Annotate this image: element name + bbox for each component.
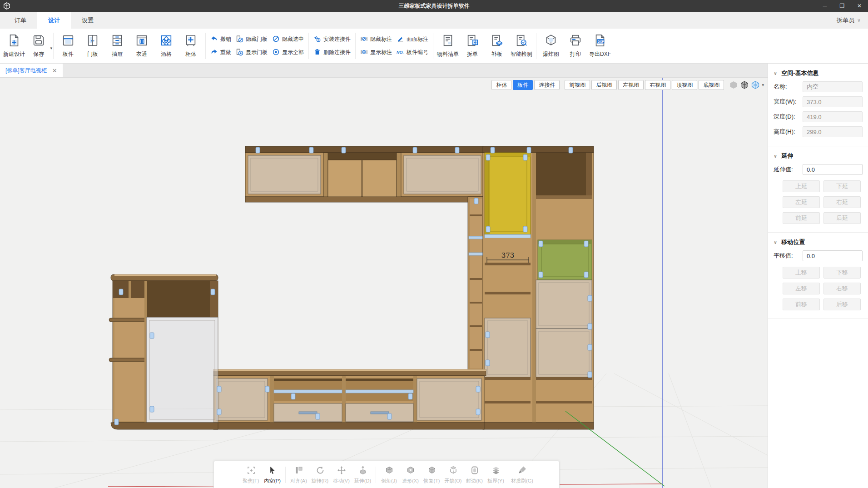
- ribbon-hide-selected-button[interactable]: 隐藏选中: [272, 35, 304, 44]
- tool-shape-button[interactable]: 造形(X): [400, 465, 421, 484]
- 左移-button[interactable]: 左移: [783, 283, 820, 294]
- window-minimize-button[interactable]: ─: [816, 0, 833, 12]
- view-button-3[interactable]: 右视图: [645, 80, 670, 90]
- tool-notch-button[interactable]: 开缺(O): [442, 465, 464, 484]
- document-tab-label: [拆单]客厅电视柜: [5, 67, 47, 75]
- tool-move-button[interactable]: 移动(V): [331, 465, 352, 484]
- collapse-chevron-icon[interactable]: ∨: [774, 71, 777, 76]
- main-tab-2[interactable]: 设置: [71, 12, 104, 29]
- collapse-chevron-icon[interactable]: ∨: [774, 154, 777, 159]
- mode-button-1[interactable]: 板件: [513, 80, 533, 90]
- dxf-icon: DXF: [593, 34, 607, 49]
- document-tabstrip: [拆单]客厅电视柜✕: [0, 64, 768, 78]
- ribbon-save-button[interactable]: 保存▾: [26, 30, 51, 62]
- section-title: 延伸: [781, 152, 793, 160]
- mode-button-0[interactable]: 柜体: [491, 80, 511, 90]
- 3d-scene[interactable]: 373: [0, 78, 768, 488]
- ribbon-undo-button[interactable]: 撤销: [210, 35, 231, 44]
- window-close-button[interactable]: ✕: [851, 0, 868, 12]
- selected-space-yellow[interactable]: [485, 153, 531, 234]
- tool-align-button[interactable]: 对齐(A): [288, 465, 309, 484]
- ribbon-print-button[interactable]: 打印: [563, 30, 588, 62]
- ribbon-no-label-button[interactable]: NO.板件编号: [397, 48, 428, 57]
- ribbon-show-door-button[interactable]: 显示门板: [236, 48, 268, 57]
- view-button-0[interactable]: 前视图: [565, 80, 590, 90]
- property-input: [803, 96, 863, 107]
- toolbar-divider: [509, 467, 509, 483]
- tool-restore-cube-button[interactable]: 恢复(T): [421, 465, 442, 484]
- ribbon-show-dim-button[interactable]: 显示标注: [360, 48, 392, 57]
- mode-button-2[interactable]: 连接件: [534, 80, 560, 90]
- rotate-icon: [315, 465, 325, 477]
- 前延-button[interactable]: 前延: [783, 212, 820, 224]
- tool-material-brush-button[interactable]: 材质刷(G): [511, 465, 533, 484]
- ribbon-door-button[interactable]: 门板: [80, 30, 105, 62]
- ribbon-winerack-button[interactable]: 酒格: [154, 30, 179, 62]
- solid-cube-icon[interactable]: [729, 80, 738, 90]
- ribbon-hide-dim-button[interactable]: 隐藏标注: [360, 35, 392, 44]
- tool-focus-button[interactable]: 聚焦(F): [240, 465, 262, 484]
- 前移-button[interactable]: 前移: [783, 299, 820, 310]
- ribbon-explode-button[interactable]: 爆炸图: [539, 30, 563, 62]
- ribbon-install-connector-button[interactable]: 安装连接件: [313, 35, 351, 44]
- ribbon-drawer-button[interactable]: 抽屉: [105, 30, 129, 62]
- 右移-button[interactable]: 右移: [823, 283, 861, 294]
- ribbon-cabinet-button[interactable]: 柜体: [179, 30, 203, 62]
- tool-chamfer-button[interactable]: 倒角(J): [378, 465, 400, 484]
- 下移-button[interactable]: 下移: [823, 267, 861, 279]
- move-value-input[interactable]: [803, 250, 863, 261]
- edges-cube-icon[interactable]: [740, 80, 749, 90]
- collapse-chevron-icon[interactable]: ∨: [774, 240, 777, 245]
- ribbon-redo-button[interactable]: 重做: [210, 48, 231, 57]
- tool-edgeband-button[interactable]: 封边(K): [464, 465, 485, 484]
- ribbon-bom-button[interactable]: 物料清单: [436, 30, 460, 62]
- ribbon-patch-button[interactable]: 补板: [485, 30, 509, 62]
- main-tab-1[interactable]: 设计: [37, 12, 71, 29]
- dropdown-caret-icon[interactable]: ▾: [50, 46, 52, 50]
- ribbon-split-button[interactable]: 拆单: [460, 30, 485, 62]
- ribbon-dxf-button[interactable]: DXF导出DXF: [588, 30, 612, 62]
- ribbon-face-dim-button[interactable]: 面面标注: [397, 35, 428, 44]
- document-tab[interactable]: [拆单]客厅电视柜✕: [0, 64, 63, 77]
- tool-thickness-button[interactable]: 板厚(Y): [485, 465, 506, 484]
- main-tab-0[interactable]: 订单: [4, 12, 37, 29]
- 右延-button[interactable]: 右延: [823, 196, 861, 208]
- 3d-viewport[interactable]: 373: [0, 78, 768, 488]
- 后移-button[interactable]: 后移: [823, 299, 861, 310]
- view-button-4[interactable]: 顶视图: [672, 80, 697, 90]
- property-row: 宽度(W):: [774, 96, 863, 107]
- ribbon-detect-button[interactable]: 智能检测: [509, 30, 534, 62]
- show-dim-icon: [360, 48, 368, 57]
- rail-icon: [135, 34, 149, 49]
- ribbon-panel-button[interactable]: 板件: [56, 30, 80, 62]
- thickness-icon: [491, 465, 501, 477]
- notch-icon: [448, 465, 458, 477]
- close-icon[interactable]: ✕: [52, 67, 57, 74]
- user-menu[interactable]: 拆单员 ∨: [837, 12, 861, 29]
- ribbon-new-file-button[interactable]: 新建设计: [2, 30, 26, 62]
- dropdown-caret-icon[interactable]: ▾: [762, 83, 764, 87]
- highlight-space-green[interactable]: [538, 240, 592, 280]
- 上移-button[interactable]: 上移: [783, 267, 820, 279]
- ribbon-show-all-button[interactable]: 显示全部: [272, 48, 304, 57]
- view-button-5[interactable]: 底视图: [699, 80, 724, 90]
- ribbon-rail-button[interactable]: 衣通: [129, 30, 154, 62]
- extend-value-input[interactable]: [803, 164, 863, 175]
- window-restore-button[interactable]: ❐: [833, 0, 851, 12]
- ribbon-divider: [536, 33, 536, 59]
- ribbon-divider: [53, 33, 54, 59]
- ribbon-hide-door-button[interactable]: 隐藏门板: [236, 35, 268, 44]
- ribbon: 新建设计保存▾板件门板抽屉衣通酒格柜体撤销重做隐藏门板显示门板隐藏选中显示全部安…: [0, 29, 868, 64]
- 上延-button[interactable]: 上延: [783, 180, 820, 192]
- transparent-cube-icon[interactable]: [751, 80, 760, 90]
- 左延-button[interactable]: 左延: [783, 196, 820, 208]
- toolbar-divider: [285, 467, 286, 483]
- view-button-2[interactable]: 左视图: [618, 80, 644, 90]
- tool-rotate-button[interactable]: 旋转(R): [309, 465, 331, 484]
- ribbon-delete-connector-button[interactable]: 删除连接件: [313, 48, 351, 57]
- view-button-1[interactable]: 后视图: [591, 80, 617, 90]
- 下延-button[interactable]: 下延: [823, 180, 861, 192]
- 后延-button[interactable]: 后延: [823, 212, 861, 224]
- tool-cursor-button[interactable]: 内空(P): [262, 465, 283, 484]
- tool-extend-button[interactable]: 延伸(D): [352, 465, 373, 484]
